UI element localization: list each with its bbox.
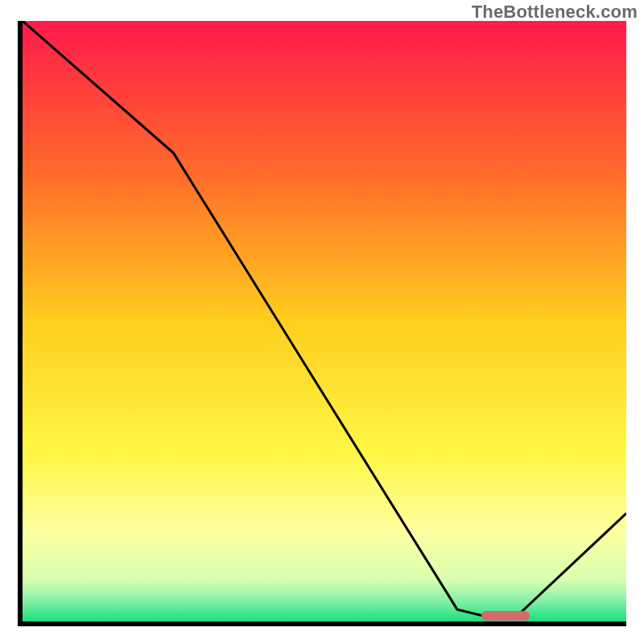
watermark-text: TheBottleneck.com bbox=[472, 2, 638, 23]
gradient-background bbox=[23, 21, 626, 621]
optimal-marker bbox=[481, 611, 530, 621]
chart-container: TheBottleneck.com bbox=[0, 0, 644, 644]
x-axis bbox=[18, 621, 626, 626]
gradient-plot bbox=[23, 21, 626, 621]
